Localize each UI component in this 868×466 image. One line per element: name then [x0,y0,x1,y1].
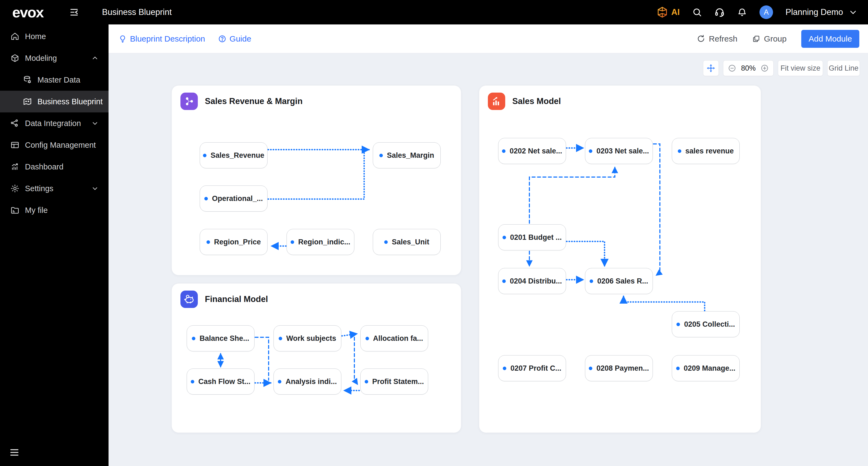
node-label: Region_Price [214,238,261,246]
guide-link[interactable]: Guide [218,34,251,43]
node-sales_revenue_node[interactable]: sales revenue [672,138,740,164]
node-status-dot [192,337,195,340]
node-n0207[interactable]: 0207 Profit C... [498,355,566,381]
share-gear-icon [10,119,20,128]
group-button[interactable]: Group [752,34,786,43]
fit-view-button[interactable]: Fit view size [778,60,823,76]
module-header: Financial Model [180,291,268,308]
bulb-icon [119,35,127,43]
node-label: 0201 Budget ... [510,233,562,242]
canvas-controls: 80% Fit view size Grid Line [703,60,860,76]
group-label: Group [764,34,786,43]
node-label: Sales_Margin [387,151,434,160]
node-status-dot [384,240,388,244]
node-n0203[interactable]: 0203 Net sale... [585,138,653,164]
node-sales_margin[interactable]: Sales_Margin [373,142,441,168]
node-n0204[interactable]: 0204 Distribu... [498,268,566,294]
sidebar-menu-toggle[interactable] [9,447,20,459]
node-status-dot [204,197,208,200]
node-n0202[interactable]: 0202 Net sale... [498,138,566,164]
node-allocation[interactable]: Allocation fa... [360,325,428,351]
node-analysis[interactable]: Analysis indi... [274,369,341,395]
sidebar-item-my-file[interactable]: My file [0,199,108,221]
config-icon [10,140,20,150]
node-label: Analysis indi... [285,377,337,386]
node-label: 0203 Net sale... [596,147,649,155]
node-status-dot [379,154,383,157]
sidebar-item-dashboard[interactable]: Dashboard [0,156,108,178]
headset-icon[interactable] [714,7,725,18]
workspace-switcher[interactable]: Planning Demo [785,7,857,17]
node-work_subjects[interactable]: Work subjects [274,325,341,351]
node-label: 0208 Paymen... [596,364,649,373]
module-header: Sales Revenue & Margin [180,93,303,110]
group-icon [752,35,760,43]
grid-line-button[interactable]: Grid Line [827,60,860,76]
node-n0205[interactable]: 0205 Collecti... [672,311,740,337]
node-n0201[interactable]: 0201 Budget ... [498,224,566,251]
sidebar-item-business-blueprint[interactable]: Business Blueprint [0,91,108,112]
node-balance_sheet[interactable]: Balance She... [187,325,254,351]
chevron-down-icon [91,185,99,192]
sidebar-item-label: Modeling [25,54,57,63]
zoom-control: 80% [723,60,774,76]
node-status-dot [502,149,505,153]
node-label: 0202 Net sale... [509,147,562,155]
chevron-up-icon [91,54,99,62]
dashboard-icon [10,162,20,171]
refresh-icon [697,34,705,43]
bell-icon[interactable] [737,7,747,17]
node-status-dot [191,380,194,383]
evox-logo: evox [12,4,66,21]
node-label: Sales_Revenue [211,151,264,160]
node-cash_flow[interactable]: Cash Flow St... [187,369,254,395]
pan-move-button[interactable] [703,60,719,76]
zoom-out-icon[interactable] [728,64,736,72]
node-status-dot [278,380,281,383]
node-status-dot [290,240,294,244]
node-label: Work subjects [286,334,336,343]
blueprint-description-link[interactable]: Blueprint Description [119,34,205,43]
question-circle-icon [218,35,226,43]
node-label: Region_indic... [298,238,350,246]
node-n0208[interactable]: 0208 Paymen... [585,355,653,381]
add-module-button[interactable]: Add Module [801,30,859,48]
node-status-dot [589,367,592,370]
node-operational[interactable]: Operational_... [200,185,268,211]
sidebar-item-config-management[interactable]: Config Management [0,134,108,156]
sidebar-item-label: Dashboard [25,163,63,171]
node-label: Operational_... [212,195,263,203]
node-label: 0209 Manage... [684,364,736,373]
node-profit_statement[interactable]: Profit Statem... [360,369,428,395]
node-n0209[interactable]: 0209 Manage... [672,355,740,381]
avatar[interactable]: A [760,5,773,19]
module-card-financial-model[interactable]: Financial Model [172,283,461,433]
chevron-down-icon [849,8,857,16]
refresh-button[interactable]: Refresh [697,34,738,43]
ai-assistant-button[interactable]: AI [656,6,680,19]
sidebar-item-label: Master Data [37,76,80,84]
sidebar-item-settings[interactable]: Settings [0,178,108,199]
node-region_price[interactable]: Region_Price [200,229,268,255]
piggy-bank-icon [180,291,198,308]
sidebar-item-data-integration[interactable]: Data Integration [0,112,108,134]
node-region_indic[interactable]: Region_indic... [286,229,354,255]
search-icon[interactable] [692,7,702,17]
node-n0206[interactable]: 0206 Sales R... [585,268,653,294]
node-status-dot [279,337,282,340]
node-sales_unit[interactable]: Sales_Unit [373,229,441,255]
sidebar-item-label: Settings [25,184,54,193]
node-label: 0205 Collecti... [684,320,735,328]
app-header: evox Business Blueprint AI A Planning [0,0,868,24]
node-sales_revenue[interactable]: Sales_Revenue [200,142,268,168]
module-header: Sales Model [488,93,561,110]
sidebar-collapse-icon[interactable] [69,7,79,17]
sidebar-item-master-data[interactable]: Master Data [0,69,108,91]
zoom-level: 80% [741,64,756,72]
node-status-dot [502,236,506,239]
sidebar-item-modeling[interactable]: Modeling [0,47,108,69]
database-gear-icon [23,75,32,84]
node-label: 0206 Sales R... [597,277,648,285]
zoom-in-icon[interactable] [761,64,769,72]
sidebar-item-home[interactable]: Home [0,26,108,47]
